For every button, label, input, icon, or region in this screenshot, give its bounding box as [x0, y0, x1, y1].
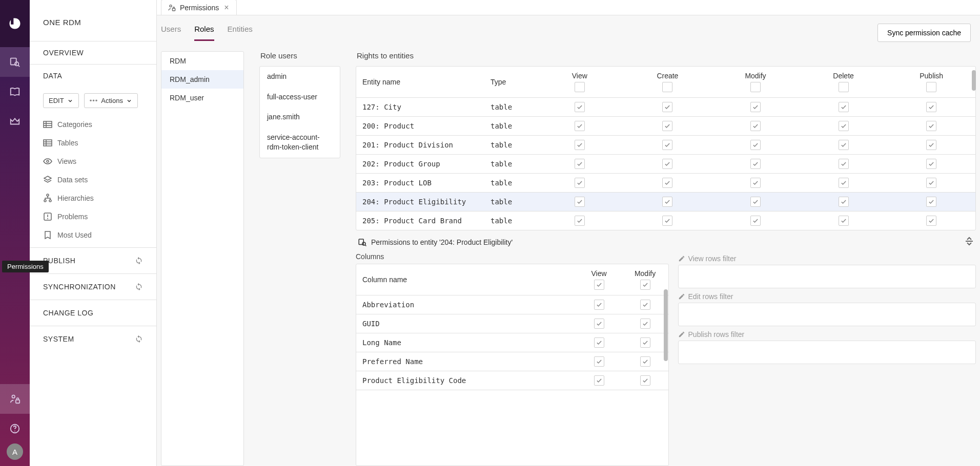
rail-help-icon[interactable] — [0, 414, 30, 443]
nav-item-most used[interactable]: Most Used — [36, 226, 150, 244]
checkbox[interactable] — [750, 159, 761, 169]
column-row[interactable]: Abbreviation — [356, 295, 668, 314]
column-row[interactable]: Long Name — [356, 333, 668, 352]
checkbox[interactable] — [575, 216, 585, 226]
avatar[interactable]: A — [7, 443, 23, 460]
edit-dropdown[interactable]: EDIT — [43, 93, 79, 108]
checkbox[interactable] — [926, 102, 936, 112]
checkbox[interactable] — [926, 140, 936, 150]
checkbox[interactable] — [575, 102, 585, 112]
sync-permission-cache-button[interactable]: Sync permission cache — [877, 24, 971, 42]
checkbox[interactable] — [640, 280, 650, 290]
checkbox[interactable] — [662, 140, 672, 150]
checkbox[interactable] — [839, 178, 849, 188]
checkbox[interactable] — [594, 319, 604, 329]
rail-crown-icon[interactable] — [0, 107, 30, 136]
checkbox[interactable] — [662, 102, 672, 112]
entity-row[interactable]: 201: Product Division table — [356, 136, 975, 155]
subtab-users[interactable]: Users — [161, 25, 181, 41]
nav-data[interactable]: DATA — [43, 72, 143, 80]
checkbox[interactable] — [839, 197, 849, 207]
checkbox[interactable] — [839, 121, 849, 131]
user-item[interactable]: full-access-user — [260, 87, 340, 108]
nav-section-system[interactable]: SYSTEM — [30, 326, 156, 352]
entity-row[interactable]: 204: Product Eligibility table — [356, 193, 975, 211]
checkbox[interactable] — [926, 197, 936, 207]
checkbox[interactable] — [575, 159, 585, 169]
checkbox[interactable] — [594, 375, 604, 386]
role-item[interactable]: RDM — [161, 52, 243, 70]
checkbox[interactable] — [926, 82, 936, 92]
resize-handle-icon[interactable] — [965, 237, 974, 247]
checkbox[interactable] — [640, 337, 650, 348]
column-row[interactable]: GUID — [356, 314, 668, 333]
checkbox[interactable] — [575, 121, 585, 131]
checkbox[interactable] — [640, 375, 650, 386]
role-item[interactable]: RDM_admin — [161, 70, 243, 89]
checkbox[interactable] — [839, 102, 849, 112]
subtab-entities[interactable]: Entities — [228, 25, 253, 41]
checkbox[interactable] — [839, 140, 849, 150]
subtab-roles[interactable]: Roles — [194, 25, 214, 41]
checkbox[interactable] — [750, 102, 761, 112]
checkbox[interactable] — [662, 216, 672, 226]
entity-row[interactable]: 127: City table — [356, 98, 975, 117]
close-icon[interactable]: × — [223, 3, 230, 12]
checkbox[interactable] — [594, 280, 604, 290]
checkbox[interactable] — [640, 300, 650, 310]
checkbox[interactable] — [926, 178, 936, 188]
checkbox[interactable] — [750, 178, 761, 188]
column-row[interactable]: Preferred Name — [356, 352, 668, 371]
checkbox[interactable] — [839, 216, 849, 226]
checkbox[interactable] — [575, 82, 585, 92]
user-item[interactable]: service-account-rdm-token-client — [260, 128, 340, 158]
checkbox[interactable] — [750, 121, 761, 131]
checkbox[interactable] — [750, 197, 761, 207]
filter-input[interactable] — [678, 303, 976, 326]
checkbox[interactable] — [926, 159, 936, 169]
logo[interactable] — [0, 0, 30, 47]
actions-dropdown[interactable]: ••• Actions — [84, 93, 138, 108]
nav-section-change log[interactable]: CHANGE LOG — [30, 300, 156, 326]
nav-item-tables[interactable]: Tables — [36, 134, 150, 152]
checkbox[interactable] — [575, 197, 585, 207]
checkbox[interactable] — [662, 159, 672, 169]
checkbox[interactable] — [594, 300, 604, 310]
checkbox[interactable] — [662, 178, 672, 188]
entity-row[interactable]: 202: Product Group table — [356, 155, 975, 174]
filter-input[interactable] — [678, 341, 976, 364]
nav-item-categories[interactable]: Categories — [36, 115, 150, 134]
checkbox[interactable] — [839, 159, 849, 169]
filter-label[interactable]: View rows filter — [678, 252, 976, 265]
nav-section-synchronization[interactable]: SYNCHRONIZATION — [30, 273, 156, 300]
checkbox[interactable] — [750, 216, 761, 226]
rail-permissions-icon[interactable] — [0, 384, 30, 414]
rail-search-icon[interactable] — [0, 47, 30, 77]
filter-label[interactable]: Publish rows filter — [678, 328, 976, 341]
nav-item-data sets[interactable]: Data sets — [36, 171, 150, 189]
checkbox[interactable] — [662, 197, 672, 207]
nav-item-problems[interactable]: Problems — [36, 207, 150, 226]
checkbox[interactable] — [839, 82, 849, 92]
nav-overview[interactable]: OVERVIEW — [43, 49, 143, 57]
checkbox[interactable] — [750, 82, 761, 92]
checkbox[interactable] — [640, 356, 650, 367]
filter-label[interactable]: Edit rows filter — [678, 290, 976, 303]
user-item[interactable]: jane.smith — [260, 107, 340, 128]
checkbox[interactable] — [926, 121, 936, 131]
checkbox[interactable] — [594, 337, 604, 348]
role-item[interactable]: RDM_user — [161, 89, 243, 107]
user-item[interactable]: admin — [260, 67, 340, 87]
nav-item-views[interactable]: Views — [36, 152, 150, 171]
rail-book-icon[interactable] — [0, 77, 30, 107]
checkbox[interactable] — [662, 82, 672, 92]
checkbox[interactable] — [926, 216, 936, 226]
checkbox[interactable] — [594, 356, 604, 367]
checkbox[interactable] — [640, 319, 650, 329]
entity-row[interactable]: 205: Product Card Brand table — [356, 211, 975, 230]
tab-permissions[interactable]: Permissions × — [161, 0, 237, 15]
nav-item-hierarchies[interactable]: Hierarchies — [36, 189, 150, 207]
filter-input[interactable] — [678, 265, 976, 288]
checkbox[interactable] — [575, 178, 585, 188]
nav-section-publish[interactable]: PUBLISH — [30, 247, 156, 273]
